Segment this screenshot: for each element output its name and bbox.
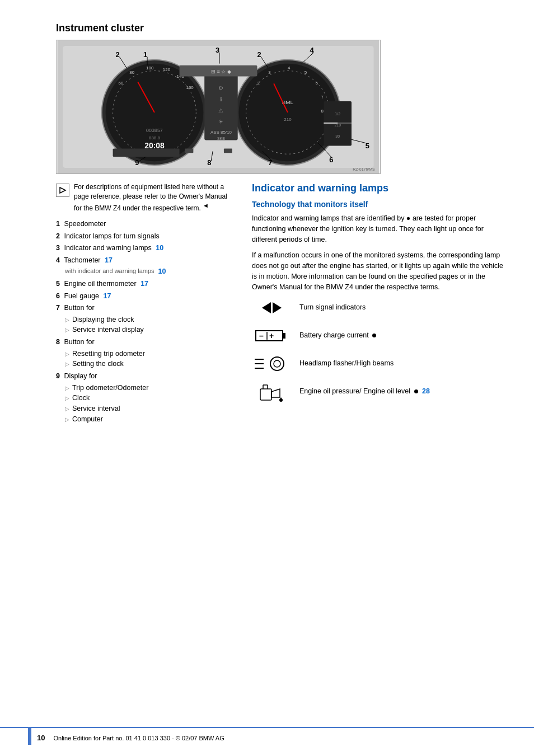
- svg-text:003857: 003857: [146, 128, 163, 133]
- svg-rect-96: [260, 389, 271, 400]
- svg-text:210: 210: [284, 117, 292, 122]
- footer-text: Online Edition for Part no. 01 41 0 013 …: [53, 732, 224, 741]
- battery-charge-icon: – +: [252, 326, 291, 345]
- svg-point-94: [270, 357, 284, 370]
- svg-text:6: 6: [316, 81, 318, 86]
- info-box-text: For descriptions of equipment listed her…: [74, 182, 235, 213]
- svg-text:8: 8: [321, 109, 324, 114]
- footer: 10 Online Edition for Part no. 01 41 0 0…: [0, 727, 534, 745]
- list-item-9: 9 Display for ▷ Trip odometer/Odometer ▷…: [56, 372, 235, 425]
- battery-svg: – +: [255, 327, 288, 344]
- svg-text:7: 7: [321, 95, 323, 100]
- oil-label: Engine oil pressure/ Engine oil level 28: [299, 387, 430, 397]
- lamp-item-battery: – + Battery charge current: [252, 326, 506, 345]
- indicator-body-1: Indicator and warning lamps that are ide…: [252, 213, 506, 245]
- lamp-item-turn-signal: Turn signal indicators: [252, 298, 506, 317]
- svg-text:⚙: ⚙: [218, 85, 223, 91]
- turn-signal-label: Turn signal indicators: [299, 303, 366, 313]
- svg-text:2: 2: [257, 81, 259, 86]
- oil-svg: [257, 381, 285, 403]
- svg-text:⚠: ⚠: [218, 107, 223, 114]
- sub-item-9b: ▷ Clock: [65, 393, 235, 403]
- left-column: For descriptions of equipment listed her…: [56, 182, 235, 427]
- list-item-4: 4 Tachometer 17 with indicator and warni…: [56, 256, 235, 277]
- technology-subtitle: Technology that monitors itself: [252, 200, 506, 209]
- info-box: For descriptions of equipment listed her…: [56, 182, 235, 213]
- engine-oil-icon: [252, 382, 291, 401]
- arrow-right-icon: [273, 302, 282, 313]
- svg-text:–: –: [259, 331, 264, 340]
- cluster-illustration: 003857 888.8 20:08 60 80 100 120 140 160…: [57, 40, 380, 173]
- oil-dot: [414, 389, 418, 393]
- svg-text:2: 2: [257, 50, 261, 59]
- svg-text:2: 2: [116, 50, 120, 59]
- svg-text:ℹ: ℹ: [220, 96, 222, 102]
- list-item-5: 5 Engine oil thermometer 17: [56, 279, 235, 289]
- headlamp-label: Headlamp flasher/High beams: [299, 359, 394, 369]
- svg-text:3: 3: [216, 46, 219, 54]
- svg-text:1/2: 1/2: [335, 112, 340, 116]
- battery-label: Battery charge current: [299, 331, 376, 341]
- svg-text:60: 60: [119, 81, 124, 86]
- headlamp-svg: [254, 355, 290, 373]
- list-item-7: 7 Button for ▷ Displaying the clock ▷ Se…: [56, 303, 235, 335]
- svg-text:7: 7: [268, 158, 272, 167]
- svg-text:⊞ ≡ ☆ ◆: ⊞ ≡ ☆ ◆: [211, 69, 231, 74]
- turn-signal-icon: [252, 298, 291, 317]
- list-item-1: 1 Speedometer: [56, 219, 235, 229]
- svg-text:5: 5: [305, 70, 307, 75]
- svg-text:4: 4: [288, 65, 291, 71]
- sub-item-7a: ▷ Displaying the clock: [65, 314, 235, 325]
- svg-text:160: 160: [186, 85, 194, 90]
- svg-rect-87: [283, 333, 285, 339]
- svg-text:RZ-0176/MS: RZ-0176/MS: [353, 167, 375, 171]
- svg-text:SKE: SKE: [217, 137, 225, 140]
- right-column: Indicator and warning lamps Technology t…: [252, 182, 506, 427]
- svg-text:80: 80: [129, 70, 134, 75]
- indicator-body-2: If a malfunction occurs in one of the mo…: [252, 250, 506, 292]
- svg-rect-75: [185, 148, 194, 153]
- indicator-lamps-title: Indicator and warning lamps: [252, 182, 506, 194]
- sub-item-8b: ▷ Setting the clock: [65, 359, 235, 369]
- svg-text:120: 120: [163, 67, 171, 72]
- svg-text:3: 3: [268, 70, 271, 75]
- svg-rect-76: [224, 148, 232, 153]
- svg-text:100: 100: [146, 65, 154, 71]
- sub-item-8a: ▷ Resetting trip odometer: [65, 349, 235, 359]
- svg-text:ASS 85/10: ASS 85/10: [210, 130, 232, 135]
- instrument-cluster-title: Instrument cluster: [56, 22, 506, 34]
- svg-rect-83: [324, 123, 338, 124]
- lamp-item-headlamp: Headlamp flasher/High beams: [252, 354, 506, 373]
- battery-dot: [372, 334, 376, 337]
- instrument-cluster-diagram: 003857 888.8 20:08 60 80 100 120 140 160…: [56, 40, 381, 174]
- svg-text:9: 9: [135, 158, 139, 167]
- svg-text:1: 1: [143, 50, 147, 59]
- sub-item-9a: ▷ Trip odometer/Odometer: [65, 383, 235, 393]
- svg-text:☀: ☀: [218, 119, 223, 125]
- svg-rect-77: [113, 148, 180, 157]
- headlamp-flasher-icon: [252, 354, 291, 373]
- svg-text:30: 30: [335, 134, 340, 138]
- sub-item-9d: ▷ Computer: [65, 414, 235, 425]
- svg-text:5: 5: [366, 142, 369, 150]
- lamp-item-oil: Engine oil pressure/ Engine oil level 28: [252, 382, 506, 401]
- list-item-6: 6 Fuel gauge 17: [56, 292, 235, 302]
- sub-item-7b: ▷ Service interval display: [65, 325, 235, 335]
- instrument-cluster-list: 1 Speedometer 2 Indicator lamps for turn…: [56, 219, 235, 424]
- page-number: 10: [37, 731, 45, 742]
- svg-text:8: 8: [207, 158, 211, 167]
- svg-point-95: [274, 360, 280, 367]
- info-arrow-icon: [56, 184, 69, 197]
- arrow-left-icon: [262, 302, 271, 313]
- sub-item-9c: ▷ Service interval: [65, 403, 235, 414]
- sub-item-4a: with indicator and warning lamps 10: [65, 266, 235, 277]
- list-item-2: 2 Indicator lamps for turn signals: [56, 232, 235, 242]
- svg-text:888.8: 888.8: [149, 135, 160, 140]
- list-item-8: 8 Button for ▷ Resetting trip odometer ▷…: [56, 337, 235, 369]
- footer-bar: [28, 728, 31, 745]
- svg-text:+: +: [269, 331, 274, 340]
- svg-marker-85: [60, 187, 65, 193]
- list-item-3: 3 Indicator and warning lamps 10: [56, 243, 235, 253]
